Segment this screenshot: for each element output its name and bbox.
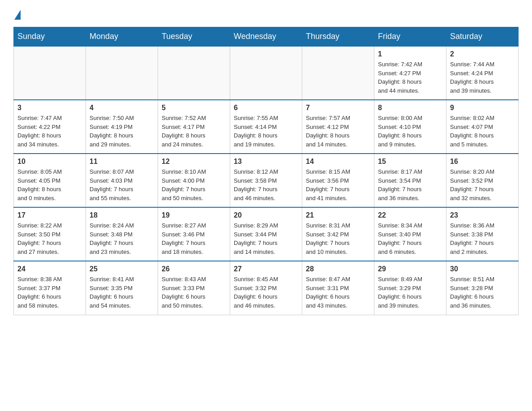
day-info: Sunrise: 8:20 AM Sunset: 3:52 PM Dayligh… bbox=[450, 167, 515, 202]
calendar-cell: 21Sunrise: 8:31 AM Sunset: 3:42 PM Dayli… bbox=[302, 207, 374, 261]
day-number: 13 bbox=[234, 158, 298, 166]
day-number: 18 bbox=[90, 211, 154, 219]
day-info: Sunrise: 8:00 AM Sunset: 4:10 PM Dayligh… bbox=[378, 114, 442, 149]
calendar-cell: 18Sunrise: 8:24 AM Sunset: 3:48 PM Dayli… bbox=[86, 207, 158, 261]
day-info: Sunrise: 8:49 AM Sunset: 3:29 PM Dayligh… bbox=[378, 275, 442, 310]
day-info: Sunrise: 8:36 AM Sunset: 3:38 PM Dayligh… bbox=[450, 221, 515, 256]
calendar-cell: 17Sunrise: 8:22 AM Sunset: 3:50 PM Dayli… bbox=[14, 207, 86, 261]
calendar-day-header: Sunday bbox=[14, 27, 86, 47]
day-number: 7 bbox=[306, 104, 370, 112]
day-number: 14 bbox=[306, 158, 370, 166]
day-info: Sunrise: 7:55 AM Sunset: 4:14 PM Dayligh… bbox=[234, 114, 298, 149]
day-info: Sunrise: 8:38 AM Sunset: 3:37 PM Dayligh… bbox=[17, 275, 82, 310]
calendar-day-header: Friday bbox=[374, 27, 446, 47]
day-info: Sunrise: 7:52 AM Sunset: 4:17 PM Dayligh… bbox=[162, 114, 226, 149]
day-info: Sunrise: 8:05 AM Sunset: 4:05 PM Dayligh… bbox=[17, 167, 82, 202]
day-info: Sunrise: 7:47 AM Sunset: 4:22 PM Dayligh… bbox=[17, 114, 82, 149]
day-number: 25 bbox=[90, 265, 154, 273]
calendar-cell: 10Sunrise: 8:05 AM Sunset: 4:05 PM Dayli… bbox=[14, 154, 86, 207]
day-info: Sunrise: 8:34 AM Sunset: 3:40 PM Dayligh… bbox=[378, 221, 442, 256]
calendar-cell: 16Sunrise: 8:20 AM Sunset: 3:52 PM Dayli… bbox=[446, 154, 519, 207]
calendar-cell: 28Sunrise: 8:47 AM Sunset: 3:31 PM Dayli… bbox=[302, 261, 374, 315]
day-info: Sunrise: 7:50 AM Sunset: 4:19 PM Dayligh… bbox=[90, 114, 154, 149]
day-number: 23 bbox=[450, 211, 515, 219]
logo-triangle-icon bbox=[14, 10, 21, 20]
calendar-day-header: Thursday bbox=[302, 27, 374, 47]
day-info: Sunrise: 8:22 AM Sunset: 3:50 PM Dayligh… bbox=[17, 221, 82, 256]
calendar-week-row: 1Sunrise: 7:42 AM Sunset: 4:27 PM Daylig… bbox=[14, 46, 519, 100]
calendar-cell: 25Sunrise: 8:41 AM Sunset: 3:35 PM Dayli… bbox=[86, 261, 158, 315]
calendar-cell: 5Sunrise: 7:52 AM Sunset: 4:17 PM Daylig… bbox=[158, 100, 230, 154]
day-info: Sunrise: 7:57 AM Sunset: 4:12 PM Dayligh… bbox=[306, 114, 370, 149]
calendar-cell: 2Sunrise: 7:44 AM Sunset: 4:24 PM Daylig… bbox=[446, 46, 519, 100]
day-info: Sunrise: 8:10 AM Sunset: 4:00 PM Dayligh… bbox=[162, 167, 226, 202]
day-number: 26 bbox=[162, 265, 226, 273]
day-info: Sunrise: 8:15 AM Sunset: 3:56 PM Dayligh… bbox=[306, 167, 370, 202]
day-number: 4 bbox=[90, 104, 154, 112]
day-number: 24 bbox=[17, 265, 82, 273]
day-info: Sunrise: 8:02 AM Sunset: 4:07 PM Dayligh… bbox=[450, 114, 515, 149]
day-number: 5 bbox=[162, 104, 226, 112]
calendar-week-row: 3Sunrise: 7:47 AM Sunset: 4:22 PM Daylig… bbox=[14, 100, 519, 154]
day-info: Sunrise: 8:43 AM Sunset: 3:33 PM Dayligh… bbox=[162, 275, 226, 310]
calendar-cell: 6Sunrise: 7:55 AM Sunset: 4:14 PM Daylig… bbox=[230, 100, 302, 154]
day-number: 1 bbox=[378, 50, 442, 58]
day-info: Sunrise: 8:51 AM Sunset: 3:28 PM Dayligh… bbox=[450, 275, 515, 310]
calendar-cell bbox=[14, 46, 86, 100]
day-number: 20 bbox=[234, 211, 298, 219]
calendar-cell: 9Sunrise: 8:02 AM Sunset: 4:07 PM Daylig… bbox=[446, 100, 519, 154]
calendar-cell: 30Sunrise: 8:51 AM Sunset: 3:28 PM Dayli… bbox=[446, 261, 519, 315]
day-number: 16 bbox=[450, 158, 515, 166]
day-number: 10 bbox=[17, 158, 82, 166]
day-number: 28 bbox=[306, 265, 370, 273]
day-number: 6 bbox=[234, 104, 298, 112]
calendar-week-row: 17Sunrise: 8:22 AM Sunset: 3:50 PM Dayli… bbox=[14, 207, 519, 261]
calendar-day-header: Saturday bbox=[446, 27, 519, 47]
calendar-week-row: 24Sunrise: 8:38 AM Sunset: 3:37 PM Dayli… bbox=[14, 261, 519, 315]
calendar-cell: 15Sunrise: 8:17 AM Sunset: 3:54 PM Dayli… bbox=[374, 154, 446, 207]
calendar-day-header: Wednesday bbox=[230, 27, 302, 47]
calendar-cell: 29Sunrise: 8:49 AM Sunset: 3:29 PM Dayli… bbox=[374, 261, 446, 315]
day-number: 17 bbox=[17, 211, 82, 219]
calendar-cell: 27Sunrise: 8:45 AM Sunset: 3:32 PM Dayli… bbox=[230, 261, 302, 315]
day-info: Sunrise: 8:45 AM Sunset: 3:32 PM Dayligh… bbox=[234, 275, 298, 310]
calendar-cell bbox=[158, 46, 230, 100]
day-number: 2 bbox=[450, 50, 515, 58]
calendar-cell bbox=[86, 46, 158, 100]
calendar-cell: 3Sunrise: 7:47 AM Sunset: 4:22 PM Daylig… bbox=[14, 100, 86, 154]
day-number: 15 bbox=[378, 158, 442, 166]
calendar-cell: 7Sunrise: 7:57 AM Sunset: 4:12 PM Daylig… bbox=[302, 100, 374, 154]
calendar-cell: 8Sunrise: 8:00 AM Sunset: 4:10 PM Daylig… bbox=[374, 100, 446, 154]
calendar-cell: 24Sunrise: 8:38 AM Sunset: 3:37 PM Dayli… bbox=[14, 261, 86, 315]
day-info: Sunrise: 7:42 AM Sunset: 4:27 PM Dayligh… bbox=[378, 60, 442, 95]
calendar-cell: 12Sunrise: 8:10 AM Sunset: 4:00 PM Dayli… bbox=[158, 154, 230, 207]
day-info: Sunrise: 8:12 AM Sunset: 3:58 PM Dayligh… bbox=[234, 167, 298, 202]
calendar-cell bbox=[302, 46, 374, 100]
day-info: Sunrise: 8:47 AM Sunset: 3:31 PM Dayligh… bbox=[306, 275, 370, 310]
day-number: 3 bbox=[17, 104, 82, 112]
calendar-cell: 11Sunrise: 8:07 AM Sunset: 4:03 PM Dayli… bbox=[86, 154, 158, 207]
calendar-day-header: Tuesday bbox=[158, 27, 230, 47]
day-info: Sunrise: 8:31 AM Sunset: 3:42 PM Dayligh… bbox=[306, 221, 370, 256]
day-info: Sunrise: 8:07 AM Sunset: 4:03 PM Dayligh… bbox=[90, 167, 154, 202]
calendar-cell: 19Sunrise: 8:27 AM Sunset: 3:46 PM Dayli… bbox=[158, 207, 230, 261]
calendar-week-row: 10Sunrise: 8:05 AM Sunset: 4:05 PM Dayli… bbox=[14, 154, 519, 207]
day-number: 27 bbox=[234, 265, 298, 273]
day-number: 12 bbox=[162, 158, 226, 166]
day-number: 22 bbox=[378, 211, 442, 219]
calendar-cell bbox=[230, 46, 302, 100]
day-number: 19 bbox=[162, 211, 226, 219]
calendar-table: SundayMondayTuesdayWednesdayThursdayFrid… bbox=[13, 27, 519, 315]
day-number: 21 bbox=[306, 211, 370, 219]
calendar-header-row: SundayMondayTuesdayWednesdayThursdayFrid… bbox=[14, 27, 519, 47]
logo bbox=[13, 9, 21, 18]
calendar-cell: 14Sunrise: 8:15 AM Sunset: 3:56 PM Dayli… bbox=[302, 154, 374, 207]
calendar-cell: 23Sunrise: 8:36 AM Sunset: 3:38 PM Dayli… bbox=[446, 207, 519, 261]
day-info: Sunrise: 8:17 AM Sunset: 3:54 PM Dayligh… bbox=[378, 167, 442, 202]
day-info: Sunrise: 8:41 AM Sunset: 3:35 PM Dayligh… bbox=[90, 275, 154, 310]
day-info: Sunrise: 8:24 AM Sunset: 3:48 PM Dayligh… bbox=[90, 221, 154, 256]
day-number: 9 bbox=[450, 104, 515, 112]
calendar-day-header: Monday bbox=[86, 27, 158, 47]
day-number: 30 bbox=[450, 265, 515, 273]
day-info: Sunrise: 7:44 AM Sunset: 4:24 PM Dayligh… bbox=[450, 60, 515, 95]
